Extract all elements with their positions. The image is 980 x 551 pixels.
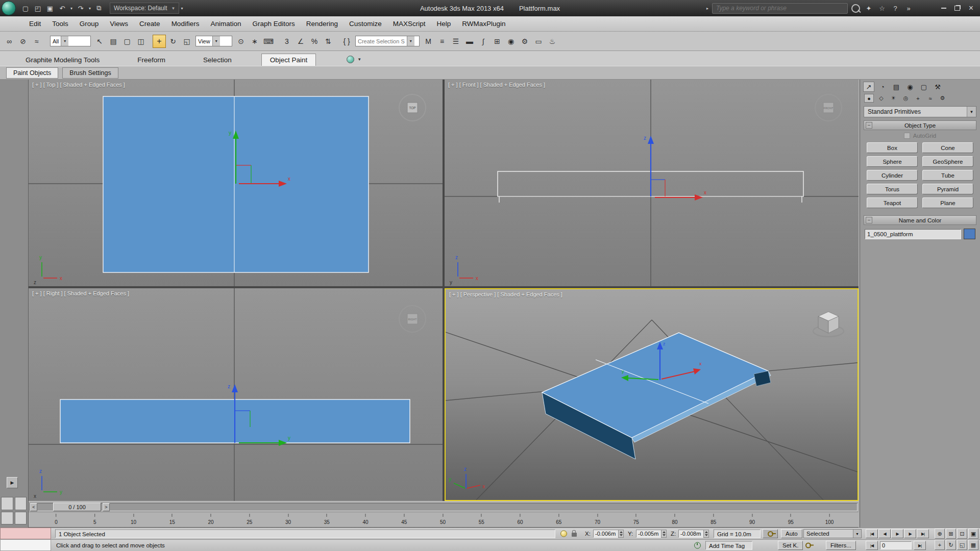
track-bar-ruler[interactable]: 0 5 10 15 20 25 30 35 40 45	[29, 512, 859, 528]
tab-freeform[interactable]: Freeform	[129, 54, 174, 66]
pan-icon[interactable]: +	[935, 540, 945, 550]
select-object-icon[interactable]: ↖	[93, 35, 106, 48]
viewport-plus-menu[interactable]: [ + ]	[32, 290, 42, 296]
menu-item[interactable]: Views	[104, 16, 134, 31]
set-keys-button[interactable]: Set K.	[778, 541, 803, 550]
layer-manager-icon[interactable]: ☰	[449, 35, 462, 48]
helpers-category-icon[interactable]: +	[913, 94, 923, 103]
viewcube[interactable]	[813, 312, 844, 337]
object-color-swatch[interactable]	[964, 229, 975, 239]
help-icon[interactable]: ?	[890, 3, 901, 14]
create-tab-icon[interactable]: ↗	[863, 82, 874, 92]
align-icon[interactable]: ≡	[435, 35, 449, 48]
search-flyout-icon[interactable]: ▸	[705, 3, 710, 14]
primitive-button[interactable]: Cylinder	[867, 170, 918, 181]
viewport-layout-icon[interactable]	[1, 497, 27, 524]
tab-selection[interactable]: Selection	[195, 54, 240, 66]
edit-named-sets-icon[interactable]: { }	[340, 35, 353, 48]
primitive-button[interactable]: Cone	[922, 142, 973, 153]
viewport-shading-menu[interactable]: [ Shaded + Edged Faces ]	[497, 291, 562, 297]
primitive-button[interactable]: Plane	[922, 197, 973, 208]
menu-item[interactable]: Tools	[46, 16, 74, 31]
gizmo-z-arrowhead[interactable]	[648, 136, 654, 144]
menu-item[interactable]: Group	[74, 16, 105, 31]
viewcube[interactable]: FRONT	[815, 94, 842, 121]
orbit-icon[interactable]: ↻	[946, 540, 956, 550]
primitive-button[interactable]: Tube	[922, 170, 973, 181]
viewcube[interactable]: TOP	[399, 94, 426, 121]
hierarchy-tab-icon[interactable]: ▤	[891, 82, 902, 92]
select-and-manipulate-icon[interactable]: ∗	[248, 35, 261, 48]
gizmo-z-arrowhead[interactable]	[232, 384, 238, 392]
previous-frame-button[interactable]: ◀	[878, 529, 891, 538]
menu-item[interactable]: Animation	[205, 16, 247, 31]
keyboard-override-icon[interactable]: ⌨	[262, 35, 275, 48]
zoom-icon[interactable]: ⊕	[935, 529, 945, 539]
selection-filter-dropdown[interactable]: All ▼	[50, 36, 91, 46]
previous-frame-arrow[interactable]: <	[30, 503, 37, 511]
z-coordinate-field[interactable]	[678, 530, 704, 538]
close-button[interactable]: ×	[964, 3, 978, 14]
zoom-all-icon[interactable]: ⊞	[946, 529, 956, 539]
undo-dropdown-icon[interactable]: ▾	[69, 3, 74, 14]
maximize-viewport-icon[interactable]: ◱	[957, 540, 967, 550]
curve-editor-icon[interactable]: ∫	[477, 35, 490, 48]
render-setup-icon[interactable]: ⚙	[518, 35, 531, 48]
set-key-toggle[interactable]	[763, 529, 778, 538]
primitive-button[interactable]: GeoSphere	[922, 156, 973, 167]
select-by-name-icon[interactable]: ▤	[107, 35, 120, 48]
platform-top-view[interactable]	[103, 96, 369, 272]
primitive-button[interactable]: Sphere	[867, 156, 918, 167]
select-and-rotate-icon[interactable]: ↻	[166, 35, 180, 48]
previous-key-button[interactable]: |◀	[866, 541, 878, 550]
selection-region-icon[interactable]: ▢	[120, 35, 134, 48]
render-production-icon[interactable]: ♨	[546, 35, 559, 48]
ribbon-options[interactable]: ▼	[347, 56, 361, 66]
geometry-category-icon[interactable]: ●	[864, 94, 874, 103]
viewport-extra-icon[interactable]: ▦	[968, 540, 978, 550]
viewport-name-menu[interactable]: [ Top ]	[43, 82, 59, 88]
viewport-top[interactable]: y x TOP y x z [ + ] [ Top ] [ Shad	[29, 80, 443, 286]
favorites-star-icon[interactable]: ☆	[876, 3, 888, 14]
workspace-dropdown[interactable]: Workspace: Default ▼	[110, 3, 179, 14]
undo-icon[interactable]: ↶	[57, 3, 68, 14]
next-key-button[interactable]: ▶|	[914, 541, 926, 550]
primitive-button[interactable]: Teapot	[867, 197, 918, 208]
y-spinner[interactable]	[661, 530, 667, 538]
maxscript-listener-macro-pane[interactable]	[0, 528, 51, 539]
restore-button[interactable]	[950, 3, 964, 14]
platform-object[interactable]	[542, 333, 771, 459]
redo-dropdown-icon[interactable]: ▾	[87, 3, 92, 14]
z-spinner[interactable]	[703, 530, 709, 538]
play-button[interactable]: ▶	[891, 529, 903, 538]
viewport-shading-menu[interactable]: [ Shaded + Edged Faces ]	[60, 82, 125, 88]
menu-item[interactable]: Help	[431, 16, 457, 31]
bind-to-spacewarp-icon[interactable]: ≈	[30, 35, 43, 48]
mirror-icon[interactable]: M	[422, 35, 435, 48]
primitive-button[interactable]: Torus	[867, 184, 918, 194]
lights-category-icon[interactable]: ☀	[889, 94, 898, 103]
autogrid-checkbox[interactable]	[904, 133, 910, 139]
primitive-category-dropdown[interactable]: Standard Primitives ▼	[864, 106, 976, 117]
menu-item[interactable]: Rendering	[301, 16, 344, 31]
minimize-button[interactable]	[937, 3, 950, 14]
menu-item[interactable]: Modifiers	[166, 16, 205, 31]
3dsmax-logo[interactable]	[2, 1, 16, 15]
new-file-icon[interactable]: ▢	[20, 3, 31, 14]
key-mode-icon[interactable]	[805, 543, 811, 548]
systems-category-icon[interactable]: ⚙	[938, 94, 947, 103]
primitive-button[interactable]: Pyramid	[922, 184, 973, 194]
viewport-plus-menu[interactable]: [ + ]	[448, 82, 458, 88]
angle-snap-icon[interactable]: ∠	[294, 35, 307, 48]
percent-snap-icon[interactable]: %	[308, 35, 321, 48]
selection-lock-icon[interactable]	[572, 531, 577, 537]
utilities-tab-icon[interactable]: ⚒	[932, 82, 943, 92]
motion-tab-icon[interactable]: ◉	[904, 82, 916, 92]
snaps-toggle-icon[interactable]: 3	[280, 35, 293, 48]
name-and-color-rollout[interactable]: – Name and Color	[864, 215, 976, 225]
subtab-paint-objects[interactable]: Paint Objects	[6, 67, 58, 79]
schematic-view-icon[interactable]: ⊞	[491, 35, 504, 48]
unlink-selection-icon[interactable]: ⊘	[16, 35, 30, 48]
redo-icon[interactable]: ↷	[75, 3, 86, 14]
isolate-selection-icon[interactable]	[560, 531, 567, 537]
